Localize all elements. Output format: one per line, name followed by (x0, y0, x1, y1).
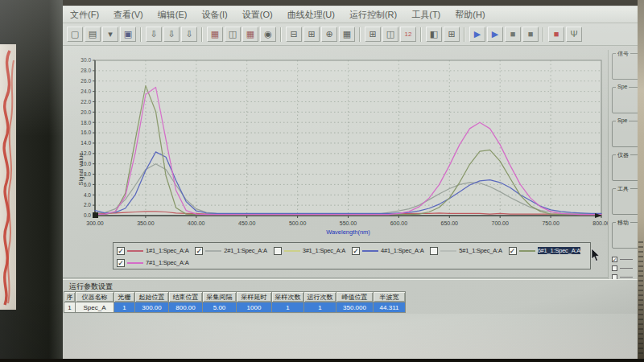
peak-chart-icon[interactable]: ◧ (426, 27, 442, 42)
menu-item-6[interactable]: 运行控制(R) (342, 7, 404, 23)
export-curve-2-icon[interactable]: ⇩ (163, 27, 180, 42)
spectrum-chart-canvas[interactable]: 0.02.04.06.08.010.012.014.016.018.020.02… (69, 48, 613, 241)
table-cell[interactable]: 1000 (237, 302, 272, 313)
table-cell[interactable]: 44.311 (374, 302, 406, 313)
legend-item: ✓ 7#1_1:Spec_A:A (117, 259, 196, 267)
legend-line-swatch (284, 250, 300, 252)
menu-item-0[interactable]: 文件(F) (63, 7, 106, 23)
legend-label[interactable]: 5#1_1:Spec_A:A (459, 247, 502, 254)
menu-item-8[interactable]: 帮助(H) (448, 7, 492, 23)
legend-checkbox[interactable]: ✓ (117, 247, 125, 255)
side-panel-line (620, 277, 633, 278)
export-curve-3-icon[interactable]: ⇩ (181, 27, 197, 42)
legend-checkbox[interactable] (274, 247, 282, 255)
legend-checkbox[interactable]: ✓ (117, 259, 125, 267)
table-cell[interactable]: 1 (114, 302, 135, 313)
legend-line-swatch (127, 250, 143, 252)
table-cell[interactable]: 1 (272, 302, 304, 313)
data-table-icon[interactable]: ▦ (207, 27, 223, 42)
stop-icon: ■ (554, 30, 559, 39)
legend-box: ✓ 1#1_1:Spec_A:A ✓ 2#1_1:Spec_A:A 3#1_1:… (113, 242, 591, 269)
legend-checkbox[interactable]: ✓ (195, 247, 203, 255)
run-wave-icon[interactable]: ▶ (487, 27, 503, 42)
menu-item-5[interactable]: 曲线处理(U) (280, 7, 342, 23)
stop-gray-icon[interactable]: ■ (522, 27, 539, 42)
pause-icon[interactable]: ■ (505, 27, 521, 42)
export-curve-1-icon[interactable]: ⇩ (146, 27, 162, 42)
legend-checkbox[interactable] (430, 247, 438, 255)
side-panel-checkbox[interactable] (612, 274, 617, 279)
report-table-icon[interactable]: ▦ (242, 27, 258, 42)
add-chart-icon[interactable]: ⊞ (444, 27, 460, 42)
toolbar: ▢▤▾▣⇩⇩⇩▦◫▦◉⊟⊞⊕▦⊞◫12◧⊞▶▶■■■Ψ (63, 23, 638, 46)
side-panel-group-label: 仪器 (616, 151, 630, 159)
svg-text:350.00: 350.00 (137, 220, 155, 226)
tile-view-icon[interactable]: ⊞ (365, 27, 381, 42)
run-wave-icon: ▶ (492, 30, 498, 39)
overlay-view-icon[interactable]: ◫ (382, 27, 398, 42)
table-cell[interactable]: Spec_A (76, 302, 114, 313)
zoom-icon[interactable]: ⊕ (321, 27, 337, 42)
panel-splitter[interactable] (63, 278, 638, 280)
grid-view-icon[interactable]: ▦ (339, 27, 355, 42)
new-file-icon[interactable]: ▢ (67, 27, 83, 42)
window-cascade-icon[interactable]: ⊞ (303, 27, 320, 42)
open-dropdown-icon[interactable]: ▾ (102, 27, 118, 42)
table-header-cell: 仪器名称 (76, 292, 114, 302)
legend-row-2: ✓ 7#1_1:Spec_A:A (117, 257, 587, 269)
export-curve-2-icon: ⇩ (167, 30, 175, 39)
dual-table-icon[interactable]: ◫ (225, 27, 241, 42)
open-file-icon[interactable]: ▤ (85, 27, 101, 42)
save-icon[interactable]: ▣ (120, 27, 136, 42)
menu-item-7[interactable]: 工具(T) (404, 7, 448, 23)
side-panel-group-label: Spe (616, 84, 629, 89)
legend-line-swatch (362, 250, 378, 252)
side-panel-curve-row: ✓ (612, 256, 638, 263)
svg-text:6.0: 6.0 (84, 182, 91, 187)
panel-empty-area (63, 314, 638, 360)
legend-label[interactable]: 4#1_1:Spec_A:A (381, 247, 424, 254)
legend-label[interactable]: 7#1_1:Spec_A:A (146, 259, 189, 266)
menu-item-4[interactable]: 设置(O) (235, 7, 280, 23)
table-cell[interactable]: 300.00 (135, 302, 169, 313)
side-panel-group: 工具 (612, 188, 638, 215)
table-cell[interactable]: 1 (304, 302, 336, 313)
export-curve-1-icon: ⇩ (150, 30, 157, 39)
toolbar-separator (464, 27, 465, 42)
run-icon[interactable]: ▶ (469, 27, 485, 42)
device-tree-icon[interactable]: Ψ (566, 27, 582, 42)
menu-item-1[interactable]: 查看(V) (106, 7, 151, 23)
window-layout-icon[interactable]: ⊟ (286, 27, 302, 42)
table-row[interactable]: 1Spec_A1300.00800.005.00100011350.00044.… (64, 302, 406, 313)
side-panel-group: Spe (612, 87, 638, 113)
legend-label[interactable]: 2#1_1:Spec_A:A (224, 247, 267, 254)
side-panel-checkbox[interactable]: ✓ (612, 257, 617, 262)
side-panel-checkbox[interactable] (612, 265, 617, 271)
table-cell[interactable]: 5.00 (203, 302, 237, 313)
toolbar-separator (420, 27, 422, 42)
menu-item-2[interactable]: 编辑(E) (151, 7, 195, 23)
stop-icon[interactable]: ■ (548, 27, 564, 42)
table-header-cell: 结束位置 (169, 292, 203, 302)
stop-gray-icon: ■ (528, 30, 534, 39)
legend-checkbox[interactable]: ✓ (509, 247, 517, 255)
svg-text:400.00: 400.00 (188, 220, 205, 226)
table-cell[interactable]: 1 (64, 302, 76, 313)
legend-item: ✓ 6#1_1:Spec_A:A (509, 247, 587, 255)
legend-label[interactable]: 1#1_1:Spec_A:A (146, 247, 189, 254)
menu-item-3[interactable]: 设备(I) (194, 7, 234, 23)
legend-line-swatch (519, 250, 535, 252)
red-12-icon: 12 (405, 31, 412, 38)
legend-label[interactable]: 6#1_1:Spec_A:A (538, 247, 581, 254)
legend-checkbox[interactable]: ✓ (352, 247, 360, 255)
table-cell[interactable]: 350.000 (336, 302, 374, 313)
save-icon: ▣ (124, 30, 132, 39)
legend-line-swatch (440, 250, 456, 252)
legend-label[interactable]: 3#1_1:Spec_A:A (303, 247, 346, 254)
spectrum-chart[interactable]: 0.02.04.06.08.010.012.014.016.018.020.02… (69, 48, 613, 241)
red-12-icon[interactable]: 12 (400, 27, 416, 42)
toolbar-separator (543, 27, 544, 42)
target-icon[interactable]: ◉ (260, 27, 276, 42)
side-panel-curve-row (612, 274, 638, 279)
table-cell[interactable]: 800.00 (169, 302, 203, 313)
